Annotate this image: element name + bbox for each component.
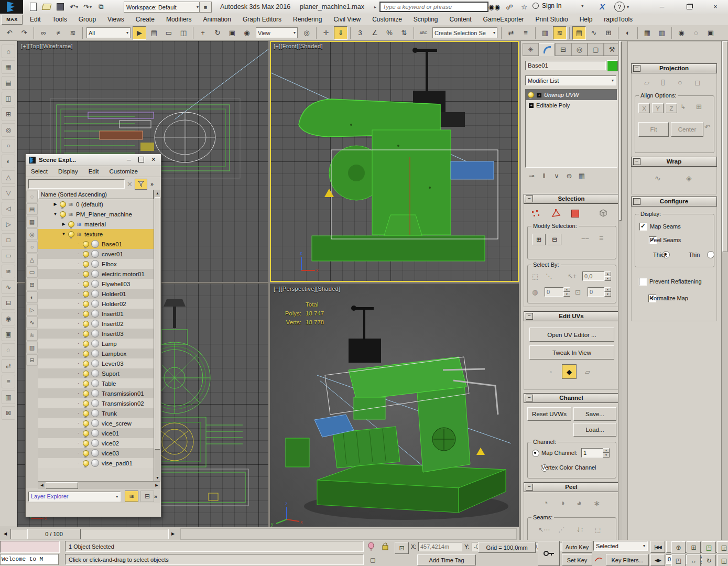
vertex-subobject-icon[interactable]: [531, 210, 540, 219]
visibility-bulb-icon[interactable]: [83, 341, 89, 347]
notes-icon[interactable]: ▢: [370, 557, 375, 563]
menu-graph-editors[interactable]: Graph Editors: [237, 14, 287, 25]
keyboard-shortcut-override-toggle[interactable]: ⇓: [334, 26, 347, 40]
tolerance-spinner[interactable]: ▲▼: [604, 271, 611, 281]
tweak-face-icon[interactable]: ▱: [581, 365, 594, 378]
footer-overflow-chevron[interactable]: »: [154, 493, 157, 499]
scene-item-lever03[interactable]: ·Lever03: [38, 358, 154, 368]
render-in-cloud-button[interactable]: ◌: [689, 26, 703, 40]
render-setup-button[interactable]: ▦: [640, 26, 654, 40]
save-uvws-button[interactable]: Save...: [573, 407, 616, 421]
scene-item-table[interactable]: ·Table: [38, 378, 154, 388]
map-seams-checkbox[interactable]: [639, 223, 647, 231]
search-flyout-arrow[interactable]: ▸: [374, 5, 376, 9]
panel-scroll-thumb[interactable]: [619, 41, 622, 221]
help-dropdown-arrow[interactable]: ▾: [627, 5, 629, 9]
grow-selection-button[interactable]: ⊞: [532, 234, 546, 245]
edit-seams-icon[interactable]: ↖⋯: [538, 526, 550, 534]
object-sphere-icon[interactable]: [91, 389, 99, 397]
left-toolbar-button-3[interactable]: ▤: [2, 76, 15, 90]
smoothing-value-field[interactable]: 0: [545, 287, 566, 297]
object-sphere-icon[interactable]: [91, 270, 99, 278]
left-toolbar-button-19[interactable]: ▣: [2, 328, 15, 341]
material-id-field[interactable]: 0: [588, 287, 606, 297]
explorer-display-toggle-3[interactable]: ▦: [26, 216, 38, 227]
menu-content[interactable]: Content: [444, 14, 477, 25]
object-sphere-icon[interactable]: [91, 300, 99, 308]
menu-civil-view[interactable]: Civil View: [328, 14, 366, 25]
default-in-out-tangent-icon[interactable]: [594, 555, 603, 563]
communication-center-icon[interactable]: ☍: [504, 2, 515, 12]
explorer-horizontal-scrollbar[interactable]: ◀ ▶: [38, 481, 160, 489]
maxscript-listener-input[interactable]: Welcome to M: [0, 554, 59, 565]
spinner-snap-toggle-button[interactable]: ⇅: [397, 26, 411, 40]
left-toolbar-button-8[interactable]: ◐: [2, 155, 15, 168]
explorer-minimize-button[interactable]: ─: [127, 157, 131, 164]
tolerance-field[interactable]: 0,0: [582, 271, 606, 281]
material-editor-button[interactable]: ◐: [621, 26, 635, 40]
align-x-button[interactable]: X: [638, 103, 650, 113]
mirror-button[interactable]: ⇄: [504, 26, 518, 40]
object-sphere-icon[interactable]: [91, 320, 99, 328]
explorer-display-toggle-12[interactable]: ≋: [26, 329, 38, 341]
element-subobject-icon[interactable]: [599, 209, 608, 219]
loop-icon[interactable]: −−: [581, 235, 589, 243]
object-sphere-icon[interactable]: [91, 360, 99, 367]
scene-item-lamp[interactable]: ·Lamp: [38, 339, 154, 349]
object-sphere-icon[interactable]: [91, 449, 99, 457]
collapse-icon[interactable]: −: [526, 195, 533, 202]
selection-rollout-header[interactable]: −Selection: [524, 194, 619, 204]
left-toolbar-button-18[interactable]: ◉: [2, 312, 15, 325]
menu-modifiers[interactable]: Modifiers: [160, 14, 198, 25]
visibility-bulb-icon[interactable]: [83, 241, 89, 247]
scene-item-holder01[interactable]: ·Holder01: [38, 289, 154, 299]
map-channel-spinner[interactable]: ▲▼: [603, 448, 610, 458]
scene-item-electric-motor01[interactable]: ·electric motor01: [38, 269, 154, 279]
visibility-bulb-icon[interactable]: [83, 460, 89, 466]
ring-icon[interactable]: ≡: [599, 234, 603, 242]
open-uv-editor-button[interactable]: Open UV Editor ...: [529, 328, 614, 342]
clear-search-icon[interactable]: ✕: [127, 180, 133, 188]
auto-key-button[interactable]: Auto Key: [562, 541, 592, 553]
pan-button[interactable]: ↔: [687, 554, 701, 566]
left-toolbar-button-4[interactable]: ◫: [2, 92, 15, 105]
go-to-start-button[interactable]: |◀◀: [650, 541, 665, 553]
left-toolbar-button-22[interactable]: ≡: [2, 375, 15, 388]
selection-lock-icon[interactable]: [382, 542, 389, 551]
scene-explorer-titlebar[interactable]: Scene Expl... ─ ×: [26, 154, 161, 166]
left-toolbar-button-6[interactable]: ◎: [2, 123, 15, 137]
viewport-perspective[interactable]: z x y [+][Perspective][Shaded] Total Pol…: [270, 284, 519, 527]
expander-icon[interactable]: ▶: [61, 222, 66, 226]
select-object-button[interactable]: ▶: [133, 26, 146, 40]
left-toolbar-button-9[interactable]: △: [2, 170, 15, 184]
snaps-toggle-3d-button[interactable]: 3: [353, 26, 367, 40]
load-uvws-button[interactable]: Load...: [573, 423, 616, 437]
scene-item-material[interactable]: ▶≋material: [38, 219, 154, 229]
search-icon[interactable]: ◉◉: [488, 2, 500, 12]
explorer-display-toggle-7[interactable]: ▭: [26, 266, 38, 278]
tweak-vertex-icon[interactable]: ◦: [544, 365, 558, 378]
select-and-scale-button[interactable]: ▣: [225, 26, 239, 40]
tab-create[interactable]: ✳: [523, 43, 539, 56]
scene-item-base01[interactable]: ·Base01: [38, 239, 154, 249]
collapse-icon[interactable]: −: [633, 65, 640, 72]
menu-help[interactable]: Help: [574, 14, 599, 25]
visibility-bulb-icon[interactable]: [83, 400, 89, 407]
zoom-extents-all-button[interactable]: ◲: [717, 541, 728, 553]
favorites-star-icon[interactable]: ☆: [519, 2, 529, 12]
maxscript-mini-listener[interactable]: [0, 541, 60, 553]
rendered-frame-window-button[interactable]: ▥: [655, 26, 669, 40]
object-color-swatch[interactable]: [607, 60, 618, 71]
left-toolbar-button-11[interactable]: ◁: [2, 202, 15, 215]
scroll-up-arrow[interactable]: ▲: [154, 190, 161, 197]
expand-modifier-icon[interactable]: +: [537, 93, 541, 97]
object-sphere-icon[interactable]: [91, 290, 99, 298]
select-by-name-button[interactable]: ▤: [147, 26, 161, 40]
workspace-dropdown[interactable]: Workspace: Default▾: [124, 2, 201, 13]
command-panel-scrollbar[interactable]: [618, 41, 622, 540]
absolute-offset-toggle[interactable]: ⊡: [395, 542, 409, 554]
left-toolbar-button-14[interactable]: ▭: [2, 249, 15, 263]
visibility-bulb-icon[interactable]: [83, 331, 89, 337]
orbit-button[interactable]: ↻: [702, 554, 716, 566]
visibility-bulb-icon[interactable]: [83, 450, 89, 456]
